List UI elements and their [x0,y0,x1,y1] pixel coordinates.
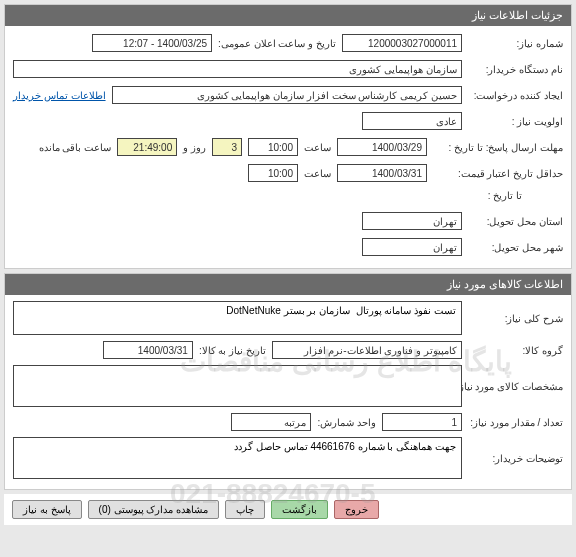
attachments-button[interactable]: مشاهده مدارک پیوستی (0) [88,500,220,519]
min-valid-label: حداقل تاریخ اعتبار قیمت: [433,168,563,179]
deliver-province-label: استان محل تحویل: [468,216,563,227]
deliver-province-field: تهران [362,212,462,230]
days-remain-field: 3 [212,138,242,156]
goods-info-section: اطلاعات کالاهای مورد نیاز شرح کلی نیاز: … [4,273,572,490]
general-desc-label: شرح کلی نیاز: [468,313,563,324]
respond-button[interactable]: پاسخ به نیاز [12,500,82,519]
section2-header: اطلاعات کالاهای مورد نیاز [5,274,571,295]
time-label-1: ساعت [304,142,331,153]
min-valid-time-field: 10:00 [248,164,298,182]
pub-time-field: 1400/03/25 - 12:07 [92,34,212,52]
exit-button[interactable]: خروج [334,500,379,519]
priority-label: اولویت نیاز : [468,116,563,127]
specs-field[interactable] [13,365,462,407]
deliver-city-field: تهران [362,238,462,256]
need-by-field: 1400/03/31 [103,341,193,359]
group-label: گروه کالا: [468,345,563,356]
deliver-city-label: شهر محل تحویل: [468,242,563,253]
section1-header: جزئیات اطلاعات نیاز [5,5,571,26]
button-bar: پاسخ به نیاز مشاهده مدارک پیوستی (0) چاپ… [4,494,572,525]
min-valid-date-field: 1400/03/31 [337,164,427,182]
buyer-notes-field[interactable] [13,437,462,479]
resp-deadline-label: مهلت ارسال پاسخ: تا تاریخ : [433,142,563,153]
resp-until-time-field: 10:00 [248,138,298,156]
creator-label: ایجاد کننده درخواست: [468,90,563,101]
pub-time-label: تاریخ و ساعت اعلان عمومی: [218,38,336,49]
buyer-org-field: سازمان هواپیمایی کشوری [13,60,462,78]
unit-field: مرتبه [231,413,311,431]
need-by-label: تاریخ نیاز به کالا: [199,345,266,356]
qty-label: تعداد / مقدار مورد نیاز: [468,417,563,428]
print-button[interactable]: چاپ [225,500,265,519]
day-and-label: روز و [183,142,206,153]
priority-field: عادی [362,112,462,130]
resp-until-date-field: 1400/03/29 [337,138,427,156]
buyer-contact-link[interactable]: اطلاعات تماس خریدار [13,90,106,101]
remain-suffix-label: ساعت باقی مانده [39,142,112,153]
specs-label: مشخصات کالای مورد نیاز: [468,381,563,392]
need-details-section: جزئیات اطلاعات نیاز شماره نیاز: 12000030… [4,4,572,269]
time-remain-field: 21:49:00 [117,138,177,156]
until-date-label-2: تا تاریخ : [488,190,522,201]
back-button[interactable]: بازگشت [271,500,328,519]
group-field: کامپیوتر و فناوری اطلاعات-نرم افزار [272,341,462,359]
need-no-label: شماره نیاز: [468,38,563,49]
need-no-field: 1200003027000011 [342,34,462,52]
buyer-notes-label: توضیحات خریدار: [468,453,563,464]
time-label-2: ساعت [304,168,331,179]
buyer-org-label: نام دستگاه خریدار: [468,64,563,75]
unit-label: واحد شمارش: [317,417,376,428]
general-desc-field[interactable] [13,301,462,335]
creator-field: حسین کریمی کارشناس سخت افزار سازمان هواپ… [112,86,462,104]
qty-field: 1 [382,413,462,431]
